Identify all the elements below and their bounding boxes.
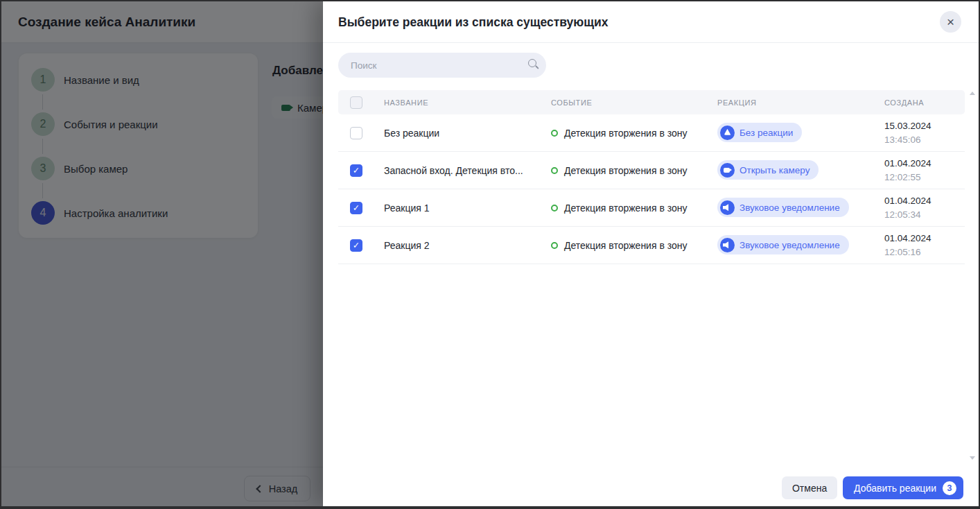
reaction-badge: Открыть камеру [717, 160, 819, 180]
event-cell: Детекция вторжения в зону [551, 165, 717, 176]
row-checkbox[interactable] [350, 239, 362, 252]
event-status-icon [551, 242, 558, 249]
search-input[interactable] [338, 53, 546, 78]
reaction-badge: Без реакции [717, 123, 802, 142]
created-cell: 01.04.2024 12:02:55 [884, 157, 965, 184]
sound-reaction-icon [720, 238, 735, 252]
reaction-badge-label: Без реакции [740, 128, 793, 138]
reaction-name: Запасной вход. Детекция вто... [384, 165, 551, 176]
reaction-name: Без реакции [384, 128, 551, 139]
sound-reaction-icon [720, 200, 735, 215]
created-date: 01.04.2024 [884, 194, 965, 208]
reaction-name: Реакция 1 [384, 202, 551, 214]
table-row[interactable]: Без реакции Детекция вторжения в зону Бе… [338, 114, 965, 152]
created-time: 12:05:34 [884, 208, 965, 222]
table-row[interactable]: Запасной вход. Детекция вто... Детекция … [338, 152, 965, 189]
scroll-up-arrow-icon[interactable] [970, 92, 975, 95]
created-cell: 01.04.2024 12:05:34 [884, 194, 965, 222]
event-label: Детекция вторжения в зону [564, 240, 688, 251]
created-date: 15.03.2024 [884, 119, 965, 133]
select-reactions-modal: Выберите реакции из списка существующих … [323, 1, 979, 506]
alert-reaction-icon [720, 126, 735, 140]
add-reactions-button[interactable]: Добавить реакции 3 [843, 476, 963, 499]
reaction-badge: Звуковое уведомление [717, 235, 849, 254]
cancel-button[interactable]: Отмена [782, 476, 837, 499]
reaction-badge-label: Звуковое уведомление [740, 202, 840, 213]
created-time: 13:45:06 [884, 133, 965, 147]
event-cell: Детекция вторжения в зону [551, 240, 717, 251]
created-date: 01.04.2024 [884, 157, 965, 171]
screen: Создание кейса Аналитики 1 Название и ви… [1, 1, 979, 506]
event-label: Детекция вторжения в зону [564, 128, 688, 139]
search-wrap [338, 53, 546, 78]
created-date: 01.04.2024 [884, 232, 965, 245]
reaction-cell: Открыть камеру [717, 160, 884, 180]
reaction-badge: Звуковое уведомление [717, 198, 849, 217]
reaction-cell: Без реакции [717, 123, 884, 143]
event-status-icon [551, 205, 558, 212]
add-reactions-label: Добавить реакции [854, 483, 936, 494]
reaction-badge-label: Открыть камеру [740, 165, 810, 175]
column-header-reaction: РЕАКЦИЯ [717, 98, 884, 107]
table-row[interactable]: Реакция 2 Детекция вторжения в зону Звук… [338, 227, 965, 264]
created-time: 12:02:55 [884, 171, 965, 184]
search-icon [528, 59, 536, 67]
event-status-icon [551, 130, 558, 137]
reaction-badge-label: Звуковое уведомление [740, 240, 840, 250]
modal-header: Выберите реакции из списка существующих … [323, 1, 979, 43]
table-rows: Без реакции Детекция вторжения в зону Бе… [338, 114, 965, 264]
event-cell: Детекция вторжения в зону [551, 128, 717, 139]
window-frame: Создание кейса Аналитики 1 Название и ви… [0, 0, 980, 509]
close-icon: × [947, 15, 954, 28]
created-cell: 01.04.2024 12:05:16 [884, 232, 965, 259]
table-row[interactable]: Реакция 1 Детекция вторжения в зону Звук… [338, 189, 965, 227]
event-status-icon [551, 167, 558, 174]
event-cell: Детекция вторжения в зону [551, 202, 717, 214]
row-checkbox[interactable] [350, 164, 362, 177]
created-time: 12:05:16 [884, 245, 965, 259]
reactions-table: НАЗВАНИЕ СОБЫТИЕ РЕАКЦИЯ СОЗДАНА Без реа… [338, 90, 965, 264]
column-header-created: СОЗДАНА [884, 98, 965, 107]
reaction-cell: Звуковое уведомление [717, 198, 884, 218]
camera-reaction-icon [720, 163, 735, 178]
created-cell: 15.03.2024 13:45:06 [884, 119, 965, 147]
select-all-checkbox[interactable] [350, 96, 362, 109]
event-label: Детекция вторжения в зону [564, 165, 688, 176]
selected-count-badge: 3 [943, 481, 956, 495]
reaction-name: Реакция 2 [384, 240, 551, 251]
table-header-row: НАЗВАНИЕ СОБЫТИЕ РЕАКЦИЯ СОЗДАНА [338, 90, 965, 114]
event-label: Детекция вторжения в зону [564, 202, 688, 214]
scroll-down-arrow-icon[interactable] [970, 456, 975, 460]
row-checkbox[interactable] [350, 202, 362, 214]
column-header-name: НАЗВАНИЕ [384, 98, 551, 107]
modal-title: Выберите реакции из списка существующих [338, 1, 609, 43]
reaction-cell: Звуковое уведомление [717, 235, 884, 255]
modal-footer: Отмена Добавить реакции 3 [782, 476, 963, 499]
close-button[interactable]: × [940, 11, 961, 33]
row-checkbox[interactable] [350, 127, 362, 139]
column-header-event: СОБЫТИЕ [551, 98, 717, 107]
